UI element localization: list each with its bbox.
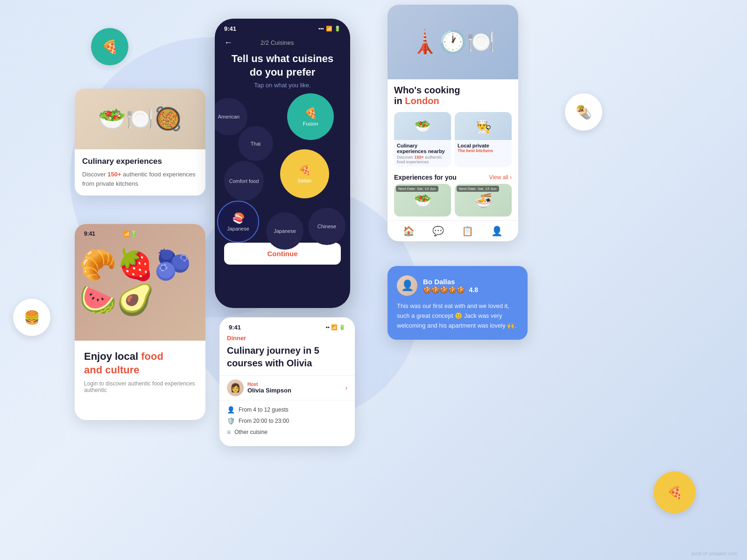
bubble-japanese-selected[interactable]: 🍣 Japanese [217,201,259,243]
bottom-left-status: 9:41 📶🔋 [84,231,137,237]
nearby-card-1: 🥗 Culinary experiences nearby Discover 1… [394,112,451,167]
phone-status-bar: 9:41 ▪▪▪ 📶 🔋 [215,19,350,36]
back-button[interactable]: ← [224,38,233,48]
experience-cards: 🥗 Next Date: Sat, 13 Jun 🍜 Next Date: Sa… [388,184,518,220]
host-row[interactable]: 👩 Host Olivia Simpson › [219,375,355,400]
dinner-time: 9:41 [229,324,241,331]
cuisines-title: Tell us what cuisines do you prefer [215,52,350,82]
cuisine-type: Other cuisine [234,429,268,435]
host-arrow: › [345,384,347,392]
clock-icon: 🛡️ [227,417,235,425]
nav-order[interactable]: 📋 [462,225,473,237]
bubble-fusion-label: Fusion [303,121,318,126]
guests-row: 👤 From 4 to 12 guests [227,404,347,415]
bubble-american[interactable]: American [215,98,247,135]
watermark: post of uimaker.com [692,551,738,556]
enjoy-title: Enjoy local food and culture [84,350,196,377]
london-city: London [405,96,439,106]
culture-highlight: and culture [84,364,140,376]
reviewer-rating: 4.8 [469,286,478,294]
bubble-chinese[interactable]: Chinese [308,208,345,245]
phone-time: 9:41 [224,25,236,32]
nav-home[interactable]: 🏠 [403,225,415,237]
nav-chat[interactable]: 💬 [432,225,444,237]
reviewer-info: Bo Dallas 🍪🍪🍪🍪🍪 4.8 [423,278,478,294]
exp-date-1: Next Date: Sat, 13 Jun [396,186,438,192]
food-highlight: food [141,350,163,362]
step-indicator: 2/2 Cuisines [261,39,294,46]
culinary-image: 🥗🍽️🥘 [75,89,205,149]
time-row: 🛡️ From 20:00 to 23:00 [227,415,347,427]
bubble-american-label: American [218,114,240,119]
guests-icon: 👤 [227,406,235,413]
culinary-description: Discover 150+ authentic food experiences… [82,170,198,188]
floating-food-icon-teal: 🍕 [91,28,128,65]
bubble-thai[interactable]: Thai [238,126,273,161]
bottom-nav: 🏠 💬 📋 👤 [388,220,518,241]
review-card: 👤 Bo Dallas 🍪🍪🍪🍪🍪 4.8 This was our first… [388,266,528,340]
phone-bottom-left: 🥐🍓🫐🍉🥑 9:41 📶🔋 Enjoy local food and cultu… [75,224,205,420]
cuisine-bubbles-container: American Thai 🍕 Fusion Comfort food 🍕 It… [215,93,350,243]
nearby-cards: 🥗 Culinary experiences nearby Discover 1… [388,109,518,170]
experiences-header: Experiences for you View all › [388,170,518,184]
bubble-comfort[interactable]: Comfort food [224,161,264,201]
bubble-thai-label: Thai [251,141,261,147]
dinner-icons: ▪▪ 📶 🔋 [326,324,345,330]
reviewer-avatar: 👤 [397,275,417,296]
exp-card-2[interactable]: 🍜 Next Date: Sat, 15 Jun [455,184,512,217]
dinner-status: 9:41 ▪▪ 📶 🔋 [219,317,355,335]
london-header: Who's cookingin London [388,79,518,109]
reviewer-stars-row: 🍪🍪🍪🍪🍪 4.8 [423,286,478,294]
nearby-title-1: Culinary experiences nearby [397,143,448,154]
host-name: Olivia Simpson [247,387,291,394]
bubble-italian-label: Italian [298,178,311,183]
phone-nav: ← 2/2 Cuisines [215,36,350,52]
review-text: This was our first eat with and we loved… [397,301,518,330]
bubble-japanese-selected-label: Japanese [227,226,249,231]
card-culinary: 🥗🍽️🥘 Culinary experiences Discover 150+ … [75,89,205,196]
cuisine-icon: ≡ [227,428,231,436]
london-title: Who's cookingin London [394,85,512,106]
nearby-img-1: 🥗 [394,112,451,140]
battery-icon: 🔋 [334,26,341,32]
nearby-sub-1: Discover 150+ authentic food experiences [397,155,448,164]
host-label: Host [247,382,291,387]
bottom-left-time: 9:41 [84,231,95,237]
exp-card-1[interactable]: 🥗 Next Date: Sat, 13 Jun [394,184,451,217]
review-header: 👤 Bo Dallas 🍪🍪🍪🍪🍪 4.8 [397,275,518,296]
dinner-category: Dinner [219,335,355,344]
wifi-icon: 📶 [326,26,332,32]
reviewer-name: Bo Dallas [423,278,478,286]
phone-status-icons: ▪▪▪ 📶 🔋 [318,26,341,32]
detail-rows: 👤 From 4 to 12 guests 🛡️ From 20:00 to 2… [219,400,355,441]
nearby-card-2: 👨‍🍳 Local private The best kitchens [455,112,512,167]
floating-food-icon-pizza: 🍕 [654,471,696,513]
cuisines-subtitle: Tap on what you like. [215,82,350,89]
bubble-japanese-plain-label: Japanese [274,228,296,234]
reviewer-stars: 🍪🍪🍪🍪🍪 [423,286,465,294]
food-photo: 🥐🍓🫐🍉🥑 [75,224,205,341]
nav-profile[interactable]: 👤 [491,225,503,237]
nearby-highlight: 150+ [415,155,424,160]
signal-icon: ▪▪▪ [318,26,324,32]
bubble-fusion[interactable]: 🍕 Fusion [287,93,334,140]
bubble-italian[interactable]: 🍕 Italian [280,149,329,198]
view-all-link[interactable]: View all › [489,174,512,181]
phone-dinner: 9:41 ▪▪ 📶 🔋 Dinner Culinary journey in 5… [219,317,355,446]
japanese-emoji: 🍣 [232,212,245,224]
bubble-chinese-label: Chinese [317,224,336,229]
enjoy-subtitle: Login to discover authentic food experie… [84,380,196,393]
guests-text: From 4 to 12 guests [239,406,289,413]
nearby-highlight-2: The best kitchens [458,148,509,153]
culinary-title: Culinary experiences [82,157,198,166]
floating-food-icon-wrap: 🌯 [565,93,602,131]
culinary-highlight: 150+ [107,171,121,178]
experiences-title: Experiences for you [394,174,457,181]
exp-date-2: Next Date: Sat, 15 Jun [457,186,499,192]
bubble-japanese-plain[interactable]: Japanese [266,212,303,250]
host-avatar: 👩 [227,379,244,396]
bottom-left-icons: 📶🔋 [123,231,137,237]
bubble-comfort-label: Comfort food [229,178,259,184]
fusion-emoji: 🍕 [304,107,317,119]
dinner-title: Culinary journey in 5 courses with Olivi… [219,344,355,375]
